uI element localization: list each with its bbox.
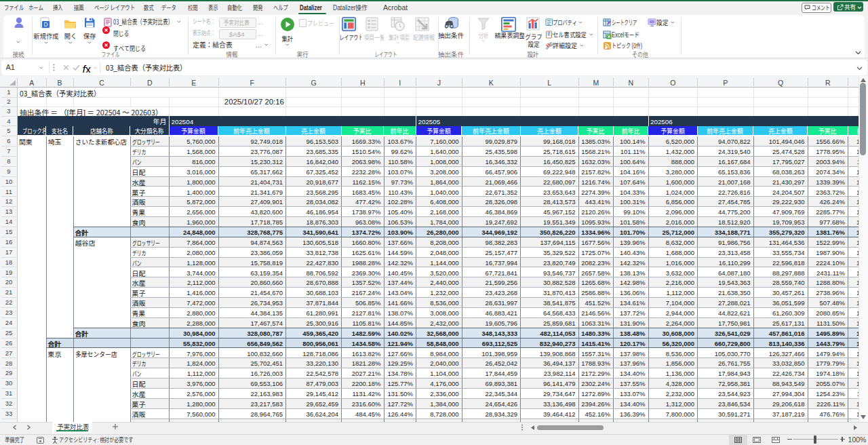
svg-text:D: D — [43, 21, 47, 28]
